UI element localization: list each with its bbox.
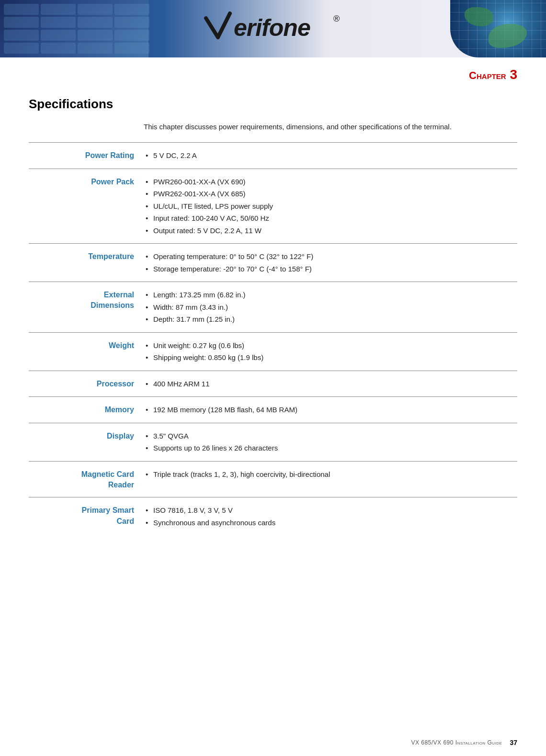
chapter-number: 3 xyxy=(510,67,517,82)
spec-row: TemperatureOperating temperature: 0° to … xyxy=(29,243,517,282)
spec-row: Power PackPWR260-001-XX-A (VX 690)PWR262… xyxy=(29,169,517,244)
header-globe xyxy=(450,0,546,57)
keypad-overlay xyxy=(0,0,153,57)
spec-row: Primary SmartCardISO 7816, 1.8 V, 3 V, 5… xyxy=(29,497,517,535)
spec-row: Processor400 MHz ARM 11 xyxy=(29,371,517,397)
spec-item: 192 MB memory (128 MB flash, 64 MB RAM) xyxy=(144,404,517,416)
specs-container: Power Rating5 V DC, 2.2 APower PackPWR26… xyxy=(29,142,517,535)
spec-item: UL/cUL, ITE listed, LPS power supply xyxy=(144,200,517,213)
spec-label-2: Temperature xyxy=(29,250,144,262)
spec-content-0: 5 V DC, 2.2 A xyxy=(144,149,517,162)
spec-item: ISO 7816, 1.8 V, 3 V, 5 V xyxy=(144,504,517,517)
spec-item: 400 MHz ARM 11 xyxy=(144,378,517,390)
spec-item: Input rated: 100-240 V AC, 50/60 Hz xyxy=(144,212,517,225)
spec-content-5: 400 MHz ARM 11 xyxy=(144,378,517,390)
spec-label-3: ExternalDimensions xyxy=(29,289,144,311)
spec-label-0: Power Rating xyxy=(29,149,144,161)
spec-item: 3.5" QVGA xyxy=(144,430,517,442)
spec-item: PWR260-001-XX-A (VX 690) xyxy=(144,176,517,188)
header-left-image xyxy=(0,0,148,57)
main-content: Specifications This chapter discusses po… xyxy=(0,87,546,554)
spec-row: WeightUnit weight: 0.27 kg (0.6 lbs)Ship… xyxy=(29,332,517,371)
spec-item: Unit weight: 0.27 kg (0.6 lbs) xyxy=(144,339,517,352)
spec-row: Power Rating5 V DC, 2.2 A xyxy=(29,142,517,169)
footer-page-number: 37 xyxy=(510,739,517,746)
spec-label-5: Processor xyxy=(29,378,144,389)
page-footer: VX 685/VX 690 Installation Guide 37 xyxy=(0,739,546,746)
spec-content-6: 192 MB memory (128 MB flash, 64 MB RAM) xyxy=(144,404,517,416)
footer-text: VX 685/VX 690 Installation Guide xyxy=(411,739,502,746)
spec-label-1: Power Pack xyxy=(29,176,144,187)
spec-content-3: Length: 173.25 mm (6.82 in.)Width: 87 mm… xyxy=(144,289,517,326)
spec-item: Operating temperature: 0° to 50° C (32° … xyxy=(144,250,517,263)
spec-label-4: Weight xyxy=(29,339,144,351)
spec-item: Length: 173.25 mm (6.82 in.) xyxy=(144,289,517,301)
spec-item: Storage temperature: -20° to 70° C (-4° … xyxy=(144,263,517,275)
spec-item: Supports up to 26 lines x 26 characters xyxy=(144,442,517,454)
spec-item: Depth: 31.7 mm (1.25 in.) xyxy=(144,313,517,326)
spec-item: Triple track (tracks 1, 2, 3), high coer… xyxy=(144,468,517,481)
spec-content-7: 3.5" QVGASupports up to 26 lines x 26 ch… xyxy=(144,430,517,454)
spec-item: Shipping weight: 0.850 kg (1.9 lbs) xyxy=(144,351,517,364)
chapter-heading: Chapter 3 xyxy=(0,57,546,87)
spec-item: Output rated: 5 V DC, 2.2 A, 11 W xyxy=(144,225,517,237)
header-banner: erifone ® xyxy=(0,0,546,57)
chapter-word: Chapter xyxy=(469,69,506,81)
verifone-logo: erifone ® xyxy=(201,11,345,46)
spec-content-2: Operating temperature: 0° to 50° C (32° … xyxy=(144,250,517,275)
spec-label-9: Primary SmartCard xyxy=(29,504,144,527)
spec-row: Magnetic CardReaderTriple track (tracks … xyxy=(29,461,517,497)
spec-item: Synchronous and asynchronous cards xyxy=(144,517,517,529)
spec-label-7: Display xyxy=(29,430,144,441)
spec-content-9: ISO 7816, 1.8 V, 3 V, 5 VSynchronous and… xyxy=(144,504,517,529)
spec-item: PWR262-001-XX-A (VX 685) xyxy=(144,188,517,200)
spec-label-8: Magnetic CardReader xyxy=(29,468,144,491)
page-title: Specifications xyxy=(29,97,517,112)
spec-content-1: PWR260-001-XX-A (VX 690)PWR262-001-XX-A … xyxy=(144,176,517,237)
spec-item: 5 V DC, 2.2 A xyxy=(144,149,517,162)
intro-paragraph: This chapter discusses power requirement… xyxy=(144,121,517,133)
spec-row: Memory192 MB memory (128 MB flash, 64 MB… xyxy=(29,396,517,423)
spec-label-6: Memory xyxy=(29,404,144,415)
svg-text:®: ® xyxy=(333,14,340,23)
svg-text:erifone: erifone xyxy=(234,14,310,41)
spec-row: Display3.5" QVGASupports up to 26 lines … xyxy=(29,423,517,461)
spec-content-8: Triple track (tracks 1, 2, 3), high coer… xyxy=(144,468,517,481)
spec-item: Width: 87 mm (3.43 in.) xyxy=(144,301,517,314)
spec-row: ExternalDimensionsLength: 173.25 mm (6.8… xyxy=(29,282,517,332)
spec-content-4: Unit weight: 0.27 kg (0.6 lbs)Shipping w… xyxy=(144,339,517,364)
